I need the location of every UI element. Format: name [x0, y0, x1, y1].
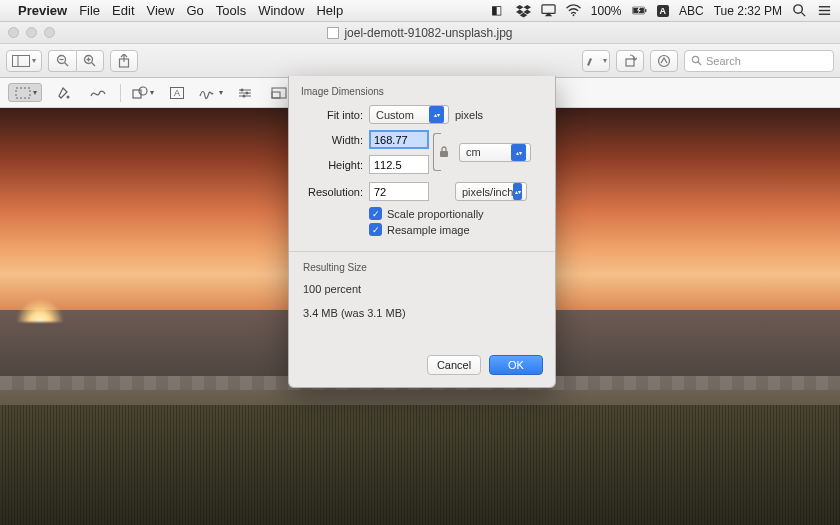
menu-help[interactable]: Help — [316, 3, 343, 18]
scale-proportionally-checkbox[interactable]: ✓ — [369, 207, 382, 220]
wifi-icon[interactable] — [566, 3, 581, 18]
markup-button[interactable] — [650, 50, 678, 72]
svg-rect-38 — [272, 92, 280, 98]
image-dimensions-heading: Image Dimensions — [301, 86, 543, 97]
macos-menubar: Preview File Edit View Go Tools Window H… — [0, 0, 840, 22]
menu-go[interactable]: Go — [186, 3, 203, 18]
fit-into-unit: pixels — [455, 109, 483, 121]
window-minimize-button[interactable] — [26, 27, 37, 38]
cancel-button[interactable]: Cancel — [427, 355, 481, 375]
dimension-unit-select[interactable]: cm ▴▾ — [459, 143, 531, 162]
input-source-label: ABC — [679, 4, 704, 18]
svg-point-36 — [243, 94, 246, 97]
app-menu[interactable]: Preview — [18, 3, 67, 18]
svg-point-26 — [67, 95, 70, 98]
search-field[interactable]: Search — [684, 50, 834, 72]
zoom-out-button[interactable] — [48, 50, 76, 72]
height-label: Height: — [301, 159, 363, 171]
svg-line-6 — [801, 12, 805, 16]
window-titlebar: joel-demott-91082-unsplash.jpg — [0, 22, 840, 44]
svg-rect-37 — [272, 88, 286, 98]
resolution-input[interactable] — [369, 182, 429, 201]
resulting-filesize: 3.4 MB (was 3.1 MB) — [303, 307, 541, 319]
svg-rect-25 — [16, 88, 30, 98]
svg-rect-21 — [626, 59, 634, 66]
fit-into-select[interactable]: Custom ▴▾ — [369, 105, 449, 124]
svg-rect-40 — [440, 151, 448, 157]
svg-text:A: A — [174, 88, 180, 98]
app-indicator-icon[interactable]: ◧ — [491, 3, 506, 18]
document-proxy-icon[interactable] — [327, 27, 339, 39]
select-arrow-icon: ▴▾ — [513, 183, 522, 200]
height-input[interactable] — [369, 155, 429, 174]
resolution-unit-select[interactable]: pixels/inch ▴▾ — [455, 182, 527, 201]
text-tool[interactable]: A — [165, 83, 189, 103]
menu-file[interactable]: File — [79, 3, 100, 18]
instant-alpha-tool[interactable] — [52, 83, 76, 103]
search-icon — [691, 55, 702, 66]
battery-icon[interactable] — [632, 3, 647, 18]
svg-point-1 — [572, 14, 574, 16]
select-arrow-icon: ▴▾ — [429, 106, 444, 123]
sketch-tool[interactable] — [86, 83, 110, 103]
rotate-button[interactable] — [616, 50, 644, 72]
window-zoom-button[interactable] — [44, 27, 55, 38]
share-button[interactable] — [110, 50, 138, 72]
svg-line-16 — [92, 62, 96, 66]
svg-rect-0 — [542, 5, 555, 13]
sign-tool[interactable]: ▾ — [199, 83, 223, 103]
airplay-icon[interactable] — [541, 3, 556, 18]
toolbar: ▾ ▾ Search — [0, 44, 840, 78]
resample-image-label: Resample image — [387, 224, 470, 236]
svg-rect-10 — [13, 55, 30, 66]
resulting-percent: 100 percent — [303, 283, 541, 295]
window-title: joel-demott-91082-unsplash.jpg — [344, 26, 512, 40]
resample-image-checkbox[interactable]: ✓ — [369, 223, 382, 236]
menu-view[interactable]: View — [147, 3, 175, 18]
svg-point-28 — [139, 87, 147, 95]
ok-button[interactable]: OK — [489, 355, 543, 375]
svg-point-35 — [246, 91, 249, 94]
menu-tools[interactable]: Tools — [216, 3, 246, 18]
highlight-button[interactable]: ▾ — [582, 50, 610, 72]
width-input[interactable] — [369, 130, 429, 149]
width-label: Width: — [301, 134, 363, 146]
shapes-tool[interactable]: ▾ — [131, 83, 155, 103]
resolution-label: Resolution: — [301, 186, 363, 198]
svg-line-24 — [698, 62, 701, 65]
menu-edit[interactable]: Edit — [112, 3, 134, 18]
fit-into-label: Fit into: — [301, 109, 363, 121]
search-placeholder: Search — [706, 55, 741, 67]
svg-point-34 — [241, 88, 244, 91]
svg-line-13 — [64, 62, 68, 66]
dropbox-icon[interactable] — [516, 3, 531, 18]
svg-point-23 — [692, 56, 698, 62]
adjust-size-dialog: Image Dimensions Fit into: Custom ▴▾ pix… — [288, 76, 556, 388]
svg-point-5 — [794, 5, 802, 13]
window-close-button[interactable] — [8, 27, 19, 38]
menubar-clock[interactable]: Tue 2:32 PM — [714, 4, 782, 18]
svg-rect-4 — [645, 9, 646, 12]
select-arrow-icon: ▴▾ — [511, 144, 526, 161]
battery-percent: 100% — [591, 4, 622, 18]
sidebar-view-button[interactable]: ▾ — [6, 50, 42, 72]
menu-window[interactable]: Window — [258, 3, 304, 18]
zoom-in-button[interactable] — [76, 50, 104, 72]
spotlight-icon[interactable] — [792, 3, 807, 18]
scale-proportionally-label: Scale proportionally — [387, 208, 484, 220]
notification-center-icon[interactable] — [817, 3, 832, 18]
input-source-badge[interactable]: A — [657, 5, 670, 17]
selection-tool[interactable]: ▾ — [8, 83, 42, 102]
adjust-color-tool[interactable] — [233, 83, 257, 103]
resulting-size-heading: Resulting Size — [303, 262, 541, 273]
